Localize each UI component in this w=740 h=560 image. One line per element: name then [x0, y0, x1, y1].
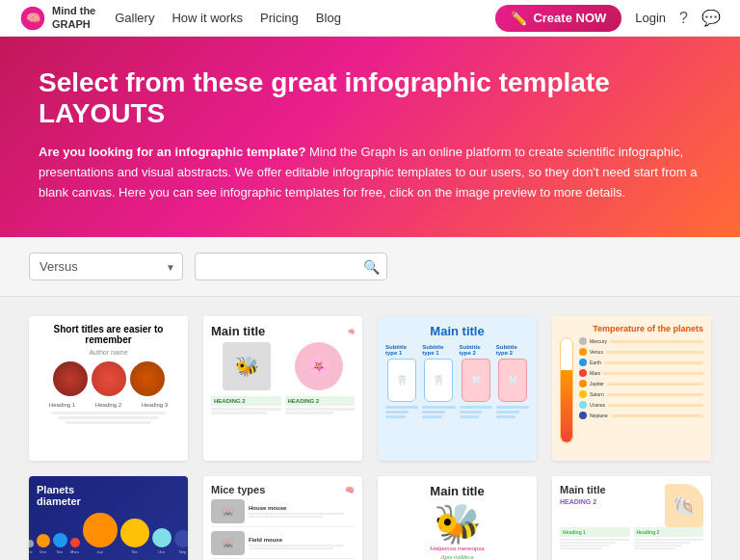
svg-text:🧠: 🧠 — [26, 10, 41, 25]
tpl6-header: Mice types 🧠 — [211, 484, 355, 495]
tpl3-tooth-4: 🦷 — [498, 359, 527, 402]
brand-line1: Mind the — [52, 5, 95, 17]
tpl1-headings: Heading 1 Heading 2 Heading 3 — [37, 402, 180, 408]
tpl1-title: Short titles are easier to remember — [37, 324, 180, 345]
tpl2-title: Main title — [211, 324, 265, 338]
tpl7-label1: Heliponsa merenipsa — [385, 546, 529, 551]
template-card-8[interactable]: Main title HEADING 2 🐚 Heading 1 Headin — [552, 476, 711, 560]
create-btn-label: Create NOW — [533, 11, 606, 25]
tpl4-body: Mercury Venus Earth — [560, 337, 703, 443]
tpl1-circle-3 — [130, 361, 165, 396]
tpl3-tooth-3: 🦷 — [462, 359, 490, 402]
category-select-wrapper: Versus ▼ — [29, 253, 183, 280]
template-card-5[interactable]: Planetsdiameter Mer Ven Ear — [29, 476, 188, 560]
navbar: 🧠 Mind the GRAPH Gallery How it works Pr… — [0, 0, 740, 37]
nav-blog[interactable]: Blog — [316, 11, 341, 25]
tpl2-sections: HEADING 2 HEADING 2 — [211, 396, 355, 415]
template-preview-4: Temperature of the planets Mercury — [552, 316, 711, 461]
search-input[interactable] — [195, 253, 387, 280]
template-preview-2: Main title 🧠 🐝 🌸 HEADING 2 HEADING 2 — [203, 316, 362, 461]
tpl6-row-1: 🐭 House mouse — [211, 499, 355, 527]
template-card-6[interactable]: Mice types 🧠 🐭 House mouse 🐭 — [203, 476, 362, 560]
filter-bar: Versus ▼ 🔍 — [0, 237, 740, 297]
tpl1-lines — [37, 412, 180, 424]
template-card-4[interactable]: Temperature of the planets Mercury — [552, 316, 711, 461]
tpl2-flower: 🌸 — [295, 342, 343, 390]
template-preview-3: Main title Subtitle type 1 🦷 Subtitle ty… — [378, 316, 537, 461]
template-preview-8: Main title HEADING 2 🐚 Heading 1 Headin — [552, 476, 711, 560]
nav-how-it-works[interactable]: How it works — [172, 11, 243, 25]
pencil-icon: ✏️ — [511, 11, 527, 26]
create-now-button[interactable]: ✏️ Create NOW — [495, 5, 621, 32]
tpl4-title: Temperature of the planets — [560, 324, 703, 333]
tpl8-subtitle: HEADING 2 — [560, 498, 606, 505]
tpl3-tooth-1: 🦷 — [387, 359, 416, 402]
tpl6-title: Mice types — [211, 484, 265, 495]
tpl2-insect: 🐝 — [223, 342, 271, 390]
tpl7-label2: Apis millifera — [385, 554, 529, 560]
template-card-1[interactable]: Short titles are easier to remember Auth… — [29, 316, 188, 461]
brand-line2: GRAPH — [52, 18, 95, 31]
template-preview-6: Mice types 🧠 🐭 House mouse 🐭 — [203, 476, 362, 560]
login-link[interactable]: Login — [635, 11, 666, 25]
tpl8-sections: Heading 1 Heading 2 — [560, 527, 703, 550]
thermometer — [560, 337, 573, 443]
template-card-3[interactable]: Main title Subtitle type 1 🦷 Subtitle ty… — [378, 316, 537, 461]
template-card-7[interactable]: Main title 🐝 Heliponsa merenipsa Apis mi… — [378, 476, 537, 560]
tpl1-circle-2 — [92, 361, 126, 396]
category-select[interactable]: Versus — [29, 253, 183, 280]
tpl1-author: Author name — [37, 349, 180, 356]
help-icon[interactable]: ? — [679, 10, 688, 27]
thermometer-fill — [561, 370, 572, 443]
template-preview-7: Main title 🐝 Heliponsa merenipsa Apis mi… — [378, 476, 537, 560]
tpl8-shell: 🐚 — [665, 484, 703, 527]
tpl3-tooth-2: 🦷 — [424, 359, 453, 402]
brand-logo[interactable]: 🧠 Mind the GRAPH — [19, 5, 95, 32]
nav-links: Gallery How it works Pricing Blog — [115, 11, 495, 25]
hero-desc-bold: Are you looking for an infographic templ… — [39, 145, 305, 159]
template-preview-5: Planetsdiameter Mer Ven Ear — [29, 476, 188, 560]
tpl5-planets: Mer Ven Ear Mars — [37, 513, 180, 554]
brand-text: Mind the GRAPH — [52, 5, 95, 30]
tpl1-circle-1 — [53, 361, 88, 396]
template-preview-1: Short titles are easier to remember Auth… — [29, 316, 188, 461]
search-wrapper: 🔍 — [195, 253, 387, 280]
nav-pricing[interactable]: Pricing — [260, 11, 299, 25]
chat-icon[interactable]: 💬 — [701, 9, 721, 27]
tpl6-rows: 🐭 House mouse 🐭 Field mouse — [211, 499, 355, 560]
template-card-2[interactable]: Main title 🧠 🐝 🌸 HEADING 2 HEADING 2 — [203, 316, 362, 461]
tpl3-title: Main title — [385, 324, 529, 338]
templates-section: Short titles are easier to remember Auth… — [0, 297, 740, 560]
tpl8-title: Main title — [560, 484, 606, 495]
tpl3-row: Subtitle type 1 🦷 Subtitle type 1 🦷 — [385, 344, 529, 420]
tpl8-header: Main title HEADING 2 🐚 — [560, 484, 703, 527]
tpl7-bee: 🐝 — [385, 504, 529, 543]
brain-icon: 🧠 — [19, 5, 46, 32]
hero-title: Select from these great infographic temp… — [39, 67, 701, 129]
templates-grid: Short titles are easier to remember Auth… — [29, 316, 711, 560]
tpl4-planets: Mercury Venus Earth — [579, 337, 703, 443]
tpl1-circles — [37, 361, 180, 396]
hero-section: Select from these great infographic temp… — [0, 37, 740, 237]
tpl2-images: 🐝 🌸 — [211, 342, 355, 390]
tpl6-row-2: 🐭 Field mouse — [211, 531, 355, 559]
nav-gallery[interactable]: Gallery — [115, 11, 154, 25]
tpl5-title: Planetsdiameter — [37, 484, 180, 507]
search-icon: 🔍 — [363, 259, 380, 275]
hero-description: Are you looking for an infographic templ… — [39, 143, 701, 202]
nav-right: ✏️ Create NOW Login ? 💬 — [495, 5, 721, 32]
tpl7-title: Main title — [385, 484, 529, 498]
